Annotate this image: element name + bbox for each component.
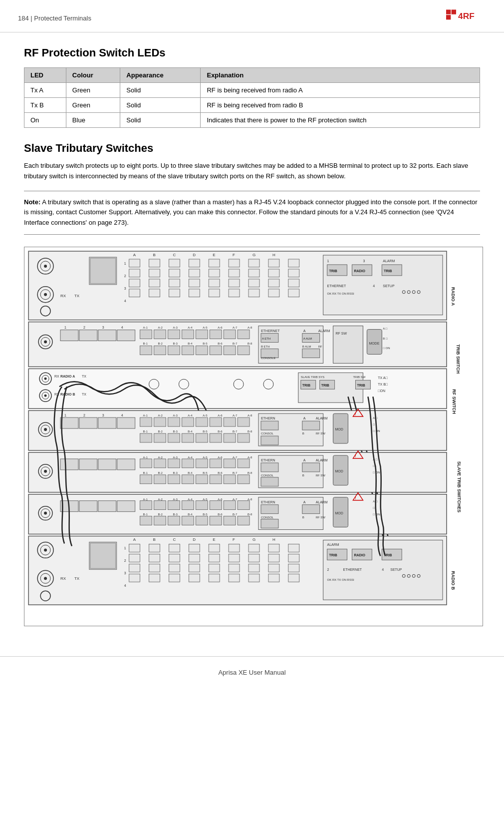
led-colour: Green (66, 83, 120, 98)
svg-point-7 (44, 265, 47, 268)
svg-rect-408 (268, 554, 279, 562)
svg-text:B-5: B-5 (203, 430, 208, 433)
svg-text:A-2: A-2 (158, 456, 163, 459)
svg-text:B-1: B-1 (143, 342, 148, 345)
page-footer: Aprisa XE User Manual (0, 656, 504, 682)
svg-text:2: 2 (83, 414, 85, 417)
svg-rect-263 (238, 459, 250, 468)
svg-rect-34 (149, 279, 160, 287)
svg-rect-56 (268, 259, 279, 267)
svg-rect-103 (140, 330, 152, 339)
svg-text:A-4: A-4 (188, 414, 193, 417)
svg-text:B: B (153, 537, 156, 542)
svg-rect-321 (238, 501, 250, 510)
svg-rect-30 (129, 279, 140, 287)
svg-rect-28 (129, 259, 140, 267)
svg-rect-106 (182, 330, 194, 339)
svg-text:C: C (173, 537, 176, 542)
svg-text:B-7: B-7 (233, 513, 238, 516)
svg-text:A-1: A-1 (143, 326, 148, 329)
svg-rect-257 (154, 459, 166, 468)
svg-text:ETHERN: ETHERN (261, 416, 275, 420)
svg-text:A-7: A-7 (233, 456, 238, 459)
svg-text:A-3: A-3 (173, 498, 178, 501)
svg-text:A-8: A-8 (248, 326, 252, 329)
svg-rect-381 (129, 564, 140, 572)
svg-text:B-2: B-2 (158, 342, 163, 345)
svg-rect-331 (154, 516, 166, 525)
svg-rect-203 (196, 417, 208, 426)
svg-text:B: B (302, 474, 304, 477)
svg-text:B-3: B-3 (173, 513, 178, 516)
svg-point-358 (44, 548, 47, 551)
svg-rect-221 (224, 433, 236, 442)
svg-rect-402 (229, 574, 240, 582)
svg-text:A-4: A-4 (188, 498, 193, 501)
svg-rect-347 (261, 519, 278, 528)
svg-rect-394 (189, 574, 200, 582)
svg-rect-410 (268, 574, 279, 582)
svg-text:3: 3 (102, 326, 104, 329)
svg-text:A: A (303, 458, 306, 462)
svg-rect-63 (288, 289, 299, 297)
led-appearance: Solid (120, 113, 201, 128)
led-explanation: RF is being received from radio A (201, 83, 480, 98)
svg-rect-245 (79, 459, 97, 470)
svg-text:A-8: A-8 (248, 498, 252, 501)
svg-rect-259 (182, 459, 194, 468)
svg-text:2: 2 (327, 568, 329, 571)
svg-rect-289 (261, 477, 278, 486)
svg-rect-409 (268, 564, 279, 572)
svg-rect-393 (189, 564, 200, 572)
svg-rect-397 (209, 564, 220, 572)
svg-text:A-7: A-7 (233, 326, 238, 329)
svg-rect-316 (168, 501, 180, 510)
svg-rect-384 (149, 554, 160, 562)
svg-text:3: 3 (363, 259, 365, 263)
svg-text:A-2: A-2 (158, 498, 163, 501)
svg-text:TRIB: TRIB (302, 384, 310, 387)
svg-rect-399 (229, 544, 240, 552)
svg-text:B-2: B-2 (158, 513, 163, 516)
svg-rect-41 (189, 269, 200, 277)
led-colour: Blue (66, 113, 120, 128)
svg-text:A: A (133, 253, 136, 257)
svg-text:B-3: B-3 (173, 342, 178, 345)
svg-rect-379 (129, 544, 140, 552)
svg-rect-188 (79, 417, 97, 428)
svg-rect-105 (168, 330, 180, 339)
svg-text:A-7: A-7 (233, 498, 238, 501)
svg-rect-380 (129, 554, 140, 562)
svg-rect-334 (196, 516, 208, 525)
svg-text:B: B (302, 516, 304, 519)
svg-rect-38 (169, 279, 180, 287)
svg-text:RADIO B: RADIO B (60, 393, 75, 396)
svg-text:1: 1 (64, 326, 66, 329)
svg-rect-215 (140, 433, 152, 442)
svg-text:B-8: B-8 (248, 513, 252, 516)
svg-text:RF: RF (318, 345, 322, 348)
svg-rect-317 (182, 501, 194, 510)
svg-point-10 (44, 293, 47, 296)
svg-rect-179 (28, 411, 447, 450)
svg-rect-58 (268, 279, 279, 287)
svg-rect-91 (60, 330, 78, 341)
svg-text:A-1: A-1 (143, 414, 148, 417)
svg-text:B □: B □ (383, 337, 388, 340)
svg-rect-276 (196, 475, 208, 484)
svg-text:RX: RX (54, 375, 59, 378)
svg-text:TRIB: TRIB (321, 384, 329, 387)
svg-text:A-3: A-3 (173, 456, 178, 459)
svg-text:TX: TX (82, 393, 86, 396)
led-colour: Green (66, 98, 120, 113)
svg-rect-403 (249, 544, 259, 552)
svg-text:A-6: A-6 (218, 498, 223, 501)
col-led: LED (24, 68, 66, 83)
svg-rect-48 (229, 259, 240, 267)
svg-rect-414 (288, 574, 299, 582)
svg-text:4: 4 (124, 584, 126, 587)
svg-rect-44 (209, 259, 220, 267)
svg-rect-366 (90, 543, 116, 568)
svg-text:TRIB: TRIB (329, 553, 337, 557)
svg-text:TRIB SW: TRIB SW (353, 376, 365, 379)
